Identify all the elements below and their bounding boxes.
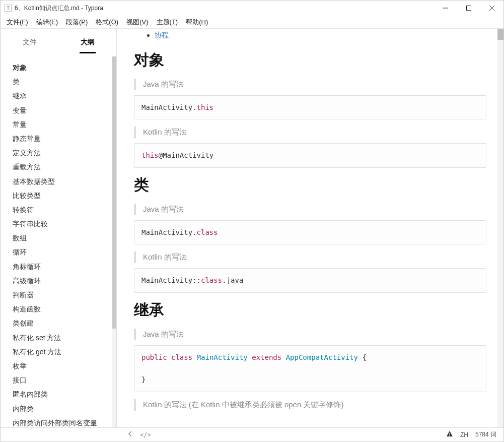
close-button[interactable] (480, 1, 503, 16)
svg-rect-5 (449, 433, 450, 435)
outline-item[interactable]: 变量 (13, 103, 114, 117)
toc-link[interactable]: 协程 (155, 31, 169, 40)
minimize-button[interactable] (434, 1, 457, 16)
menu-v[interactable]: 视图(V) (126, 18, 148, 27)
sidebar-scrollbar[interactable] (112, 56, 116, 427)
heading[interactable]: 类 (134, 175, 486, 196)
code-block[interactable]: MainActivity::class.java (134, 268, 486, 292)
menu-f[interactable]: 文件(F) (7, 18, 28, 27)
code-block[interactable]: MainActivity.this (134, 95, 486, 119)
editor-scroll-thumb[interactable] (497, 29, 503, 40)
tab-outline[interactable]: 大纲 (80, 35, 96, 53)
title-bar: T 6、Kotlin知识点汇总.md - Typora (1, 1, 503, 16)
menu-bar: 文件(F)编辑(E)段落(P)格式(O)视图(V)主题(T)帮助(H) (1, 16, 503, 29)
outline-item[interactable]: 判断器 (13, 288, 114, 302)
outline-item[interactable]: 内部类 (13, 402, 114, 416)
sidebar: 文件 大纲 对象类继承变量常量静态常量定义方法重载方法基本数据类型比较类型转换符… (1, 29, 117, 427)
heading[interactable]: 继承 (134, 300, 486, 321)
main-area: 文件 大纲 对象类继承变量常量静态常量定义方法重载方法基本数据类型比较类型转换符… (1, 29, 503, 427)
sidebar-tabs: 文件 大纲 (1, 29, 116, 53)
maximize-button[interactable] (457, 1, 480, 16)
outline-item[interactable]: 比较类型 (13, 188, 114, 203)
svg-rect-6 (449, 435, 450, 436)
back-icon[interactable] (128, 431, 133, 438)
outline-item[interactable]: 对象 (13, 60, 114, 75)
outline-item[interactable]: 常量 (13, 117, 114, 132)
svg-rect-1 (467, 6, 471, 11)
blockquote-label[interactable]: Java 的写法 (134, 329, 486, 340)
menu-o[interactable]: 格式(O) (96, 18, 118, 27)
bullet-icon (147, 34, 150, 37)
outline-list[interactable]: 对象类继承变量常量静态常量定义方法重载方法基本数据类型比较类型转换符字符串比较数… (1, 53, 116, 427)
blockquote-label[interactable]: Kotlin 的写法 (134, 251, 486, 263)
app-icon: T (5, 5, 12, 12)
outline-item[interactable]: 私有化 get 方法 (13, 345, 114, 359)
menu-h[interactable]: 帮助(H) (186, 18, 208, 27)
menu-e[interactable]: 编辑(E) (36, 18, 58, 27)
blockquote-label[interactable]: Java 的写法 (134, 204, 486, 215)
code-block[interactable]: MainActivity.class (134, 220, 486, 244)
outline-item[interactable]: 角标循环 (13, 260, 114, 274)
menu-p[interactable]: 段落(P) (66, 18, 88, 27)
heading[interactable]: 对象 (134, 50, 486, 71)
code-block[interactable]: public class MainActivity extends AppCom… (134, 345, 486, 392)
blockquote-label[interactable]: Java 的写法 (134, 79, 486, 90)
list-item: 协程 (134, 29, 486, 44)
warning-icon[interactable] (446, 430, 453, 439)
outline-item[interactable]: 基本数据类型 (13, 174, 114, 188)
outline-item[interactable]: 数组 (13, 231, 114, 245)
window-controls (434, 1, 503, 16)
outline-item[interactable]: 构造函数 (13, 302, 114, 316)
outline-item[interactable]: 高级循环 (13, 274, 114, 288)
tab-files[interactable]: 文件 (22, 35, 38, 53)
status-bar: </> ZH 5784 词 (1, 427, 503, 441)
menu-t[interactable]: 主题(T) (157, 18, 178, 27)
editor-scrollbar[interactable] (497, 29, 503, 427)
outline-item[interactable]: 内部类访问外部类同名变量 (13, 416, 114, 427)
outline-item[interactable]: 定义方法 (13, 146, 114, 160)
outline-item[interactable]: 匿名内部类 (13, 387, 114, 401)
outline-item[interactable]: 重载方法 (13, 160, 114, 174)
window-title: 6、Kotlin知识点汇总.md - Typora (15, 4, 434, 13)
outline-item[interactable]: 类 (13, 75, 114, 89)
sidebar-scroll-thumb[interactable] (112, 56, 116, 329)
code-block[interactable]: this@MainActivity (134, 143, 486, 167)
blockquote-label[interactable]: Kotlin 的写法 (在 Kotlin 中被继承类必须被 open 关键字修饰… (134, 399, 486, 411)
outline-item[interactable]: 类创建 (13, 316, 114, 330)
status-wordcount[interactable]: 5784 词 (475, 430, 496, 439)
code-icon[interactable]: </> (140, 431, 151, 438)
outline-item[interactable]: 私有化 set 方法 (13, 331, 114, 345)
editor[interactable]: 协程对象Java 的写法MainActivity.thisKotlin 的写法t… (117, 29, 503, 427)
outline-item[interactable]: 枚举 (13, 359, 114, 373)
outline-item[interactable]: 接口 (13, 373, 114, 387)
outline-item[interactable]: 转换符 (13, 203, 114, 217)
status-language[interactable]: ZH (460, 431, 468, 438)
outline-item[interactable]: 继承 (13, 89, 114, 103)
outline-item[interactable]: 循环 (13, 245, 114, 259)
blockquote-label[interactable]: Kotlin 的写法 (134, 127, 486, 138)
outline-item[interactable]: 字符串比较 (13, 217, 114, 231)
outline-item[interactable]: 静态常量 (13, 132, 114, 146)
